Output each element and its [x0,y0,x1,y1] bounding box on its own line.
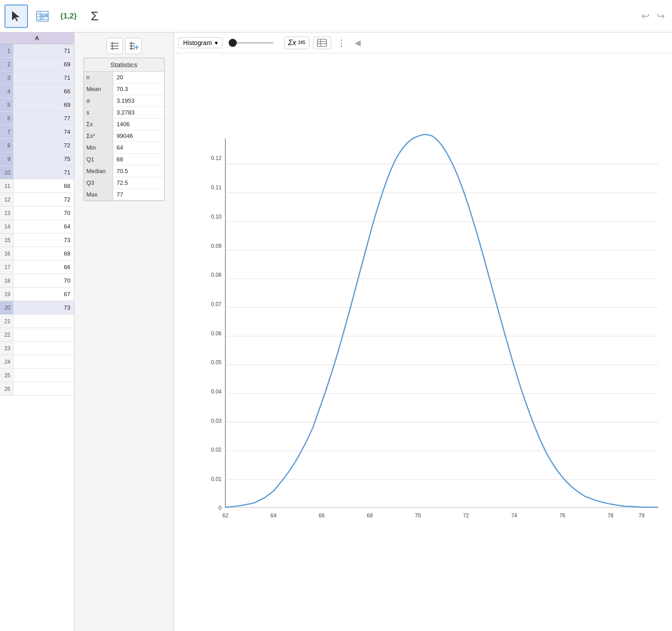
svg-text:79: 79 [639,512,645,519]
stat-label: Σx [84,119,113,130]
stat-label: Median [84,165,113,177]
table-row[interactable]: 1272 [0,193,74,206]
row-number: 4 [0,85,14,98]
list-label: {1,2} [60,12,77,21]
table-row[interactable]: 21 [0,315,74,328]
stats-list-icon-button[interactable] [106,38,123,54]
row-number: 23 [0,342,14,355]
row-number: 13 [0,206,14,219]
svg-marker-0 [12,11,19,21]
stat-label: Σx² [84,130,113,142]
row-number: 21 [0,315,14,328]
svg-text:62: 62 [222,512,228,519]
table-row[interactable]: 1464 [0,220,74,233]
stat-label: Min [84,142,113,153]
table-view-button[interactable] [313,37,331,49]
table-row[interactable]: 1668 [0,247,74,261]
row-number: 26 [0,382,14,395]
list-item: Median70.5 [84,165,164,177]
redo-button[interactable]: ↪ [654,9,667,24]
table-row[interactable]: 1766 [0,261,74,274]
stat-label: Q1 [84,154,113,165]
stat-label: Q3 [84,177,113,188]
row-number: 20 [0,301,14,314]
table-row[interactable]: 1573 [0,233,74,247]
table-row[interactable]: 371 [0,71,74,85]
sheet-rows: 1712693714665696777748729751071116812721… [0,44,74,396]
table-row[interactable]: 22 [0,328,74,342]
svg-text:68: 68 [367,512,373,519]
spreadsheet-tool-button[interactable] [31,5,54,28]
undo-button[interactable]: ↩ [639,9,652,24]
more-options-button[interactable]: ⋮ [335,37,348,49]
table-row[interactable]: 1071 [0,166,74,179]
stat-label: n [84,72,113,83]
bell-curve-chart: 0 0.01 0.02 0.03 0.04 0.05 0.06 0.07 0.0… [196,58,663,617]
cell-value: 72 [14,196,74,203]
stat-label: σ [84,95,113,106]
slider-track[interactable] [229,42,274,44]
statistics-title: Statistics [84,58,164,72]
svg-text:66: 66 [319,512,325,519]
svg-text:0.06: 0.06 [211,330,221,337]
list-tool-button[interactable]: {1,2} [57,5,80,28]
add-column-button[interactable] [125,38,142,54]
table-row[interactable]: 1967 [0,288,74,301]
stat-value: 3.2783 [113,109,135,116]
table-row[interactable]: 2073 [0,301,74,315]
table-row[interactable]: 23 [0,342,74,355]
chart-toolbar: Histogram ▾ Σx 345 ⋮ ◀ [174,32,672,53]
row-number: 14 [0,220,14,233]
sigma-tool-button[interactable]: Σ [83,5,106,28]
table-row[interactable]: 171 [0,44,74,58]
table-row[interactable]: 1370 [0,206,74,220]
cell-value: 73 [14,237,74,243]
svg-text:0: 0 [218,505,221,511]
table-row[interactable]: 1870 [0,274,74,288]
row-number: 6 [0,112,14,125]
collapse-panel-button[interactable]: ◀ [352,37,364,49]
stat-value: 77 [113,191,123,198]
stat-label: s [84,107,113,118]
sigma-box-sub: 345 [298,40,305,45]
cell-value: 70 [14,277,74,284]
slider-thumb[interactable] [229,39,237,47]
table-row[interactable]: 25 [0,369,74,382]
stat-value: 64 [113,144,123,151]
table-row[interactable]: 269 [0,58,74,71]
toolbar: {1,2} Σ ↩ ↪ [0,0,672,32]
stat-label: Mean [84,83,113,95]
statistics-rows: n20Mean70.3σ3.1953s3.2783Σx1406Σx²99046M… [84,72,164,201]
table-row[interactable]: 677 [0,112,74,125]
table-row[interactable]: 774 [0,125,74,139]
svg-text:70: 70 [415,512,421,519]
main-content: A 17126937146656967777487297510711168127… [0,32,672,631]
list-item: Max77 [84,189,164,201]
sigma-box-button[interactable]: Σx 345 [284,37,309,49]
svg-rect-6 [41,14,44,17]
list-item: Q168 [84,154,164,165]
table-row[interactable]: 26 [0,382,74,396]
chart-type-dropdown[interactable]: Histogram ▾ [178,37,223,48]
row-number: 15 [0,233,14,247]
svg-text:0.01: 0.01 [211,476,221,482]
cursor-tool-button[interactable] [5,5,28,28]
row-number: 8 [0,139,14,152]
sigma-label: Σ [91,9,98,23]
svg-text:0.11: 0.11 [211,184,221,191]
table-row[interactable]: 24 [0,355,74,369]
stat-value: 20 [113,74,123,81]
cell-value: 66 [14,264,74,270]
table-row[interactable]: 569 [0,98,74,112]
statistics-panel: Statistics n20Mean70.3σ3.1953s3.2783Σx14… [83,58,165,201]
stat-value: 70.3 [113,86,128,92]
table-row[interactable]: 872 [0,139,74,152]
table-row[interactable]: 1168 [0,179,74,193]
list-item: Σx1406 [84,119,164,130]
svg-text:0.07: 0.07 [211,301,221,307]
table-row[interactable]: 975 [0,152,74,166]
row-number: 17 [0,261,14,274]
table-row[interactable]: 466 [0,85,74,98]
cell-value: 66 [14,88,74,95]
cell-value: 75 [14,155,74,162]
